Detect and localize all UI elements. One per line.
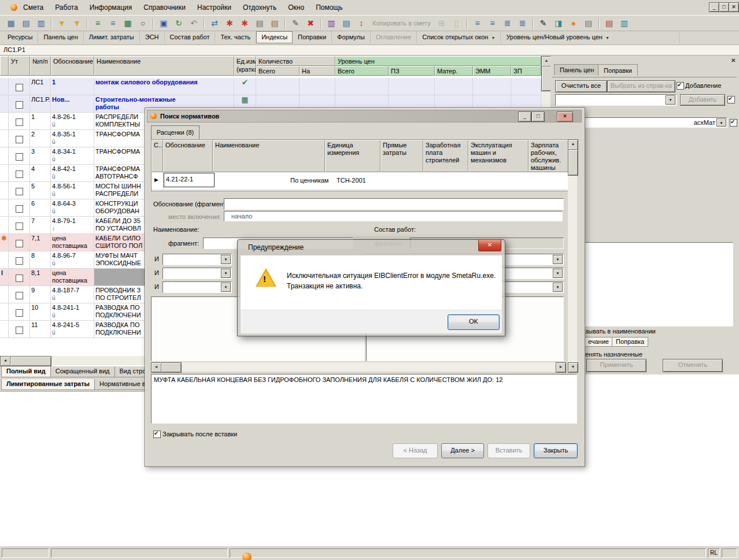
filter-icon[interactable]: ▼ xyxy=(55,17,69,31)
row-checkbox[interactable] xyxy=(16,118,23,126)
dialog-column-header[interactable]: Прямые затраты xyxy=(380,140,423,172)
panel-tab-3[interactable]: ЭСН xyxy=(140,31,165,43)
row-checkbox[interactable] xyxy=(16,240,23,247)
back-button[interactable]: < Назад xyxy=(393,443,438,458)
estimate-table-icon[interactable]: ▦ xyxy=(4,17,18,31)
row-checkbox[interactable] xyxy=(16,275,23,282)
panel-tab-9[interactable]: Оглавление xyxy=(371,31,417,43)
dialog-column-header[interactable]: Эксплуатация машин и механизмов xyxy=(468,140,529,172)
menu-item[interactable]: Справочники xyxy=(138,0,191,14)
align-left-icon[interactable]: ≣ xyxy=(501,17,515,31)
keyboard-layout-indicator[interactable]: RL xyxy=(708,548,720,558)
column-header-mater[interactable]: Матер. xyxy=(435,66,473,76)
indent-add-icon[interactable]: ≡ xyxy=(471,17,485,31)
row-checkbox[interactable] xyxy=(16,309,23,317)
estimate-new-icon[interactable]: ▥ xyxy=(34,17,48,31)
dialog-column-header[interactable]: Единица измерения xyxy=(325,140,380,172)
clear-all-button[interactable]: Очистить все xyxy=(555,80,607,92)
dropdown-arrow-icon[interactable]: ▼ xyxy=(221,269,231,278)
align-right-icon[interactable]: ≣ xyxy=(516,17,530,31)
clipboard-icon[interactable]: ▯ xyxy=(450,17,464,31)
row-checkbox[interactable] xyxy=(16,257,23,265)
sort-icon[interactable]: ↕ xyxy=(354,17,368,31)
dropdown-arrow-icon[interactable]: ▼ xyxy=(666,95,675,105)
indent-remove-icon[interactable]: ≡ xyxy=(486,17,500,31)
close-dialog-button[interactable]: Закрыть xyxy=(534,443,578,458)
search-icon[interactable]: ○ xyxy=(136,17,150,31)
composition-icon[interactable]: ▥ xyxy=(324,17,338,31)
pick-from-reference-button[interactable]: Выбрать из справ-ка xyxy=(607,80,675,92)
delete-row-icon[interactable]: ✖ xyxy=(304,17,317,31)
dialog-column-header[interactable]: Зарплата рабочих, обслужив. машины xyxy=(529,140,568,172)
column-header-ut[interactable]: Ут xyxy=(9,56,30,76)
dialog-horizontal-scrollbar[interactable]: ◄ ► xyxy=(151,362,565,372)
resources-icon[interactable]: ✱ xyxy=(223,17,237,31)
dialog-column-header[interactable]: Заработная плата строителей xyxy=(423,140,468,172)
minimize-button[interactable]: _ xyxy=(709,2,719,12)
and-combo-left-1[interactable]: ▼ xyxy=(162,254,232,265)
dropdown-arrow-icon[interactable]: ▼ xyxy=(716,118,726,127)
row-checkbox[interactable] xyxy=(16,170,23,178)
scroll-down-icon[interactable]: ▼ xyxy=(568,362,578,373)
result-text-area[interactable]: МУФТА КАБЕЛЬНАЯ КОНЦЕВАЯ БЕЗ ГИДРОФОБНОГ… xyxy=(151,374,577,424)
maximize-button[interactable]: □ xyxy=(531,112,545,122)
and-combo-left-3[interactable]: ▼ xyxy=(162,281,232,293)
book-icon[interactable]: ▥ xyxy=(618,17,631,31)
search-dialog-titlebar[interactable]: Поиск нормативов _ □ ✕ xyxy=(147,110,582,123)
panel-tab-10[interactable]: Список открытых окон▼ xyxy=(417,31,501,43)
next-button[interactable]: Далее > xyxy=(441,443,484,458)
draw-icon[interactable]: ✎ xyxy=(537,17,550,31)
menu-item[interactable]: Окно xyxy=(282,0,310,14)
close-button[interactable]: ✕ xyxy=(557,112,573,122)
scrollbar-thumb[interactable] xyxy=(161,362,182,373)
column-header-price-group[interactable]: Уровень цен xyxy=(335,56,541,66)
column-header-qty-group[interactable]: Количество xyxy=(256,56,335,66)
column-header-zp-mash[interactable]: ЗП Маш. xyxy=(511,66,541,76)
addition-checkbox[interactable]: ✔ xyxy=(677,82,684,90)
tab-popravka[interactable]: Поправка xyxy=(612,337,648,347)
column-header-price-total[interactable]: Всего xyxy=(335,66,389,76)
ok-button[interactable]: OK xyxy=(448,314,500,330)
raskh-mat-checkbox[interactable]: ✔ xyxy=(730,119,737,127)
apply-button[interactable]: Применить xyxy=(586,359,646,372)
estimate-open-icon[interactable]: ▤ xyxy=(19,17,33,31)
scroll-right-icon[interactable]: ► xyxy=(556,362,566,373)
row-checkbox[interactable] xyxy=(16,327,23,334)
row-checkbox[interactable] xyxy=(16,136,23,143)
close-button[interactable]: ✕ xyxy=(478,240,501,251)
panel-close-icon[interactable]: ✕ xyxy=(731,57,736,64)
dropdown-arrow-icon[interactable]: ▼ xyxy=(221,255,231,264)
dropdown-arrow-icon[interactable]: ▼ xyxy=(553,255,563,264)
shapes-icon[interactable]: ◨ xyxy=(552,17,566,31)
panel-tab-0[interactable]: Ресурсы xyxy=(2,31,38,43)
dialog-column-header[interactable]: Наименование xyxy=(213,140,325,172)
menu-item[interactable]: Информация xyxy=(84,0,138,14)
edit-row-icon[interactable]: ✎ xyxy=(289,17,302,31)
row-checkbox[interactable] xyxy=(16,205,23,213)
close-button[interactable]: ✕ xyxy=(729,2,739,12)
copy-estimate-icon[interactable]: ⊞ xyxy=(435,17,449,31)
menu-item[interactable]: Смета xyxy=(17,0,49,14)
row-checkbox[interactable] xyxy=(16,153,23,161)
document-exchange-icon[interactable]: ⇄ xyxy=(208,17,221,31)
column-header-obosn[interactable]: Обоснование xyxy=(51,56,94,76)
menu-item[interactable]: Работа xyxy=(49,0,84,14)
row-checkbox[interactable] xyxy=(16,84,23,91)
column-header-name[interactable]: Наименование xyxy=(94,56,234,76)
panel-tab-8[interactable]: Формулы xyxy=(332,31,371,43)
save-icon[interactable]: ▣ xyxy=(157,17,171,31)
obosn-fragment-input[interactable] xyxy=(224,198,564,210)
minimize-button[interactable]: _ xyxy=(518,112,531,122)
panel-tab-4[interactable]: Состав работ xyxy=(165,31,216,43)
report-icon[interactable]: ▤ xyxy=(339,17,353,31)
dropdown-arrow-icon[interactable]: ▼ xyxy=(553,269,563,278)
column-header-num[interactable]: №п/п xyxy=(30,56,51,76)
tab-corrections[interactable]: Поправки xyxy=(598,64,638,76)
menu-item[interactable]: Помощь xyxy=(310,0,348,14)
dialog-column-header[interactable]: С.. xyxy=(152,140,163,172)
scrollbar-thumb[interactable] xyxy=(568,149,578,176)
column-header-qty-total[interactable]: Всего xyxy=(256,66,300,76)
menu-item[interactable]: Настройки xyxy=(191,0,237,14)
filter-setup-icon[interactable]: ▼ xyxy=(70,17,84,31)
standards-grid-row[interactable]: ▶ 4.21-22-1 По ценникам ТСН-2001 xyxy=(152,172,568,190)
